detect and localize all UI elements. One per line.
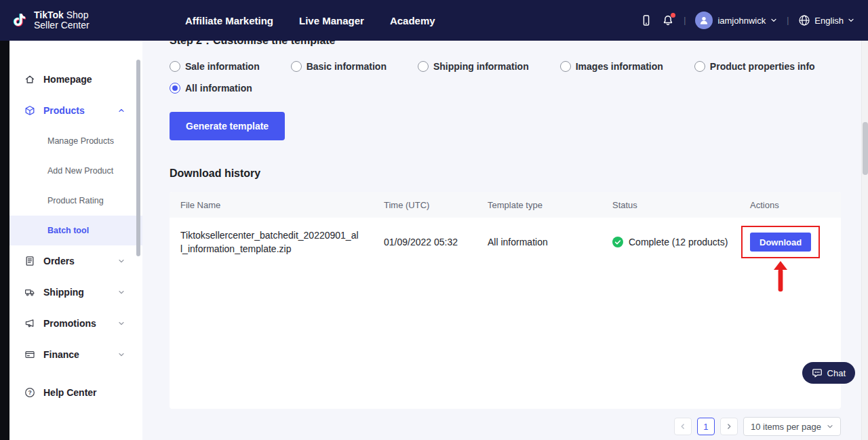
radio-sale-information[interactable]: Sale information bbox=[170, 59, 260, 74]
nav-live-manager[interactable]: Live Manager bbox=[299, 15, 364, 26]
notifications-button[interactable] bbox=[662, 14, 674, 26]
sidebar-item-label: Promotions bbox=[43, 318, 96, 329]
chat-bubble-icon bbox=[812, 367, 823, 378]
truck-icon bbox=[24, 287, 35, 298]
sidebar-subitem-add-new-product[interactable]: Add New Product bbox=[9, 156, 142, 186]
radio-basic-information[interactable]: Basic information bbox=[291, 59, 387, 74]
language-selector[interactable]: English bbox=[798, 14, 854, 26]
radio-circle bbox=[694, 61, 705, 72]
download-action-wrapper: Download bbox=[750, 233, 811, 252]
logo-line1-bold: TikTok bbox=[34, 9, 64, 20]
annotation-arrow-icon bbox=[773, 261, 788, 292]
sidebar-item-homepage[interactable]: Homepage bbox=[9, 64, 142, 95]
radio-circle bbox=[418, 61, 429, 72]
sidebar: Homepage Products Manage Products Add Ne… bbox=[9, 41, 142, 440]
status-text: Complete (12 products) bbox=[629, 237, 728, 247]
download-history-card: File Name Time (UTC) Template type Statu… bbox=[170, 192, 841, 409]
page-size-label: 10 items per page bbox=[751, 422, 821, 432]
template-radio-group: Sale information Basic information Shipp… bbox=[170, 59, 841, 96]
column-status: Status bbox=[601, 200, 739, 210]
header-separator: | bbox=[787, 16, 789, 25]
tiktok-note-icon bbox=[14, 12, 28, 28]
sidebar-item-products[interactable]: Products bbox=[9, 95, 142, 126]
sidebar-item-shipping[interactable]: Shipping bbox=[9, 277, 142, 308]
tiktok-shop-logo[interactable]: TikTok Shop Seller Center bbox=[14, 10, 159, 31]
sidebar-item-label: Products bbox=[43, 105, 85, 116]
table-row: Tiktoksellercenter_batchedit_20220901_al… bbox=[170, 218, 841, 266]
nav-academy[interactable]: Academy bbox=[390, 15, 435, 26]
chat-button[interactable]: Chat bbox=[802, 362, 855, 384]
radio-all-information[interactable]: All information bbox=[170, 81, 252, 96]
sidebar-item-help-center[interactable]: ? Help Center bbox=[9, 377, 142, 408]
document-icon bbox=[24, 256, 35, 266]
chevron-down-icon bbox=[118, 320, 125, 327]
megaphone-icon bbox=[24, 318, 35, 329]
logo-line1-light: Shop bbox=[66, 9, 89, 20]
user-name: iamjohnwick bbox=[717, 16, 766, 26]
sidebar-subitem-product-rating[interactable]: Product Rating bbox=[9, 186, 142, 216]
chevron-down-icon bbox=[848, 17, 854, 24]
help-circle-icon: ? bbox=[24, 387, 35, 398]
step-title: Step 2：Customise the template bbox=[170, 41, 841, 48]
avatar-person-icon bbox=[698, 15, 709, 26]
radio-shipping-information[interactable]: Shipping information bbox=[418, 59, 529, 74]
chevron-down-icon bbox=[118, 258, 125, 264]
chevron-down-icon bbox=[827, 423, 833, 430]
cell-status: Complete (12 products) bbox=[601, 237, 739, 247]
sidebar-item-orders[interactable]: Orders bbox=[9, 245, 142, 277]
page-size-select[interactable]: 10 items per page bbox=[743, 417, 841, 436]
radio-circle bbox=[291, 61, 302, 72]
table-header-row: File Name Time (UTC) Template type Statu… bbox=[170, 192, 841, 218]
column-template-type: Template type bbox=[477, 200, 601, 210]
radio-label: Images information bbox=[576, 61, 663, 72]
chevron-left-icon bbox=[679, 423, 686, 430]
column-actions: Actions bbox=[739, 200, 841, 210]
notification-dot bbox=[671, 13, 675, 18]
globe-icon bbox=[798, 14, 810, 26]
sidebar-item-label: Shipping bbox=[43, 287, 84, 298]
chevron-down-icon bbox=[770, 17, 777, 24]
download-button[interactable]: Download bbox=[750, 233, 811, 252]
radio-product-properties-info[interactable]: Product properties info bbox=[694, 59, 815, 74]
sidebar-item-promotions[interactable]: Promotions bbox=[9, 308, 142, 339]
chevron-up-icon bbox=[118, 107, 125, 114]
user-menu[interactable]: iamjohnwick bbox=[695, 12, 777, 29]
page-scrollbar-thumb[interactable] bbox=[863, 122, 868, 175]
radio-images-information[interactable]: Images information bbox=[560, 59, 663, 74]
pagination-next-button[interactable] bbox=[720, 418, 738, 435]
radio-label: Basic information bbox=[307, 61, 387, 72]
svg-text:?: ? bbox=[28, 389, 31, 396]
pagination: 1 10 items per page bbox=[170, 417, 841, 436]
sidebar-item-label: Orders bbox=[43, 256, 75, 266]
sidebar-item-finance[interactable]: Finance bbox=[9, 339, 142, 370]
sidebar-item-label: Help Center bbox=[43, 387, 97, 398]
sidebar-subitem-batch-tool[interactable]: Batch tool bbox=[9, 216, 142, 245]
logo-text: TikTok Shop Seller Center bbox=[34, 10, 90, 31]
pagination-prev-button[interactable] bbox=[674, 418, 692, 435]
pagination-page-1[interactable]: 1 bbox=[697, 418, 715, 435]
sidebar-subitem-manage-products[interactable]: Manage Products bbox=[9, 126, 142, 156]
chat-label: Chat bbox=[827, 368, 846, 378]
mobile-app-button[interactable] bbox=[640, 14, 652, 26]
mobile-phone-icon bbox=[640, 14, 652, 26]
column-time-utc: Time (UTC) bbox=[373, 200, 477, 210]
page-scrollbar[interactable] bbox=[861, 41, 868, 440]
radio-circle-selected bbox=[170, 83, 180, 94]
radio-label: Shipping information bbox=[433, 61, 529, 72]
sidebar-scrollbar-thumb[interactable] bbox=[136, 60, 140, 256]
logo-line2: Seller Center bbox=[34, 20, 90, 31]
cell-template-type: All information bbox=[477, 237, 601, 247]
chevron-down-icon bbox=[118, 351, 125, 358]
avatar bbox=[695, 12, 713, 29]
header-separator: | bbox=[684, 16, 686, 25]
generate-template-button[interactable]: Generate template bbox=[170, 112, 285, 140]
top-header: TikTok Shop Seller Center Affiliate Mark… bbox=[0, 0, 868, 41]
radio-circle bbox=[560, 61, 571, 72]
download-history-title: Download history bbox=[170, 167, 841, 180]
nav-affiliate-marketing[interactable]: Affiliate Marketing bbox=[185, 15, 273, 26]
chevron-right-icon bbox=[726, 423, 732, 430]
left-dark-rail bbox=[0, 41, 9, 440]
radio-circle bbox=[170, 61, 180, 72]
radio-label: Sale information bbox=[185, 61, 260, 72]
credit-card-icon bbox=[24, 349, 35, 360]
